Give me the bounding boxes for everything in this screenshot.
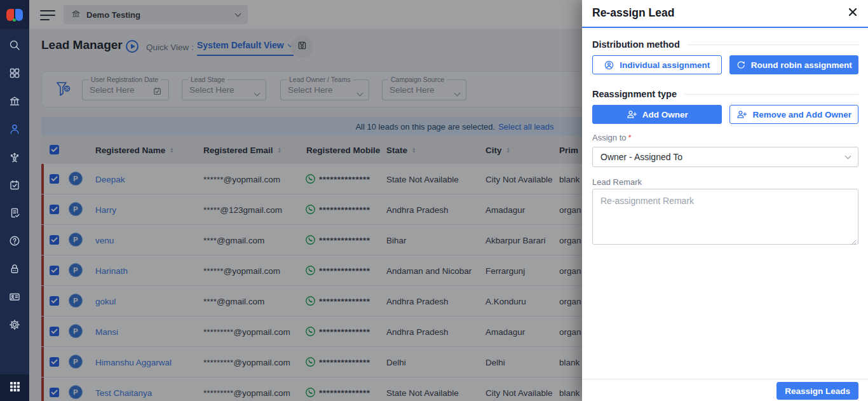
reassignment-options: Add OwnerRemove and Add Owner [592, 105, 858, 124]
leads-person-icon [8, 123, 21, 138]
sidebar-item-leads[interactable] [0, 116, 29, 144]
logo-green-dot [13, 18, 16, 22]
app-logo[interactable] [0, 0, 29, 29]
panel-footer-divider [582, 379, 868, 379]
required-asterisk: * [628, 133, 631, 142]
reassign-lead-panel: Re-assign Lead Distribution method Indiv… [582, 0, 868, 401]
assign-to-select[interactable]: Owner - Assigned To [592, 147, 858, 167]
search-icon [8, 39, 21, 54]
reassignment-type-label: Reassignment type [592, 89, 677, 99]
person-circle-icon [604, 60, 614, 71]
chevron-down-icon [845, 153, 851, 160]
assign-to-value: Owner - Assigned To [600, 152, 682, 162]
help-icon [8, 234, 21, 250]
sidebar-item-help[interactable] [0, 228, 29, 256]
option-label: Individual assignment [620, 60, 710, 70]
distribution-options: Individual assignmentRound robin assignm… [592, 55, 858, 74]
sidebar [0, 0, 29, 401]
option-label: Remove and Add Owner [752, 110, 851, 119]
lead-remark-input[interactable] [592, 189, 858, 245]
sidebar-item-search[interactable] [0, 32, 29, 60]
apps-grid-icon [9, 381, 21, 395]
reassignment-type-section: Reassignment type [592, 89, 858, 99]
reassign-leads-button[interactable]: Reassign Leads [776, 382, 858, 400]
sidebar-item-institution[interactable] [0, 88, 29, 116]
option-round-robin-assignment[interactable]: Round robin assignment [729, 55, 859, 74]
institution-icon [8, 95, 21, 110]
sidebar-item-distribution[interactable] [0, 144, 29, 172]
option-remove-and-add-owner[interactable]: Remove and Add Owner [729, 105, 859, 124]
modal-dim-overlay[interactable] [29, 0, 582, 401]
settings-gear-icon [8, 318, 21, 334]
sidebar-item-settings[interactable] [0, 312, 29, 340]
rotate-icon [736, 60, 746, 70]
section-divider [688, 44, 858, 45]
app: { "topbar": { "workspace_label": "Demo T… [0, 0, 868, 401]
sidebar-item-forms[interactable] [0, 200, 29, 228]
option-label: Round robin assignment [751, 60, 852, 70]
person-add-icon [736, 109, 747, 119]
sidebar-item-dashboard[interactable] [0, 60, 29, 88]
person-add-icon [626, 109, 637, 119]
assign-to-label: Assign to* [592, 133, 632, 142]
distribution-method-section: Distribution method [592, 39, 858, 50]
sidebar-item-calendar[interactable] [0, 172, 29, 200]
sidebar-item-security[interactable] [0, 256, 29, 284]
lock-icon [8, 262, 21, 278]
lead-remark-label: Lead Remark [592, 177, 642, 187]
close-icon [848, 8, 857, 19]
option-add-owner[interactable]: Add Owner [592, 105, 722, 124]
document-check-icon [8, 207, 21, 222]
option-label: Add Owner [642, 110, 688, 119]
close-button[interactable] [847, 8, 858, 19]
contact-card-icon [8, 290, 21, 306]
calendar-check-icon [8, 179, 21, 194]
panel-header-divider [582, 27, 868, 28]
panel-title: Re-assign Lead [592, 6, 674, 20]
option-individual-assignment[interactable]: Individual assignment [592, 55, 722, 74]
sidebar-item-contacts[interactable] [0, 284, 29, 312]
distribution-method-label: Distribution method [592, 39, 680, 50]
sidebar-nav [0, 32, 29, 340]
sidebar-item-apps[interactable] [0, 374, 29, 401]
logo-blue-shape [15, 9, 23, 21]
section-divider [684, 94, 858, 95]
distribution-icon [8, 151, 21, 166]
dashboard-icon [8, 67, 21, 82]
